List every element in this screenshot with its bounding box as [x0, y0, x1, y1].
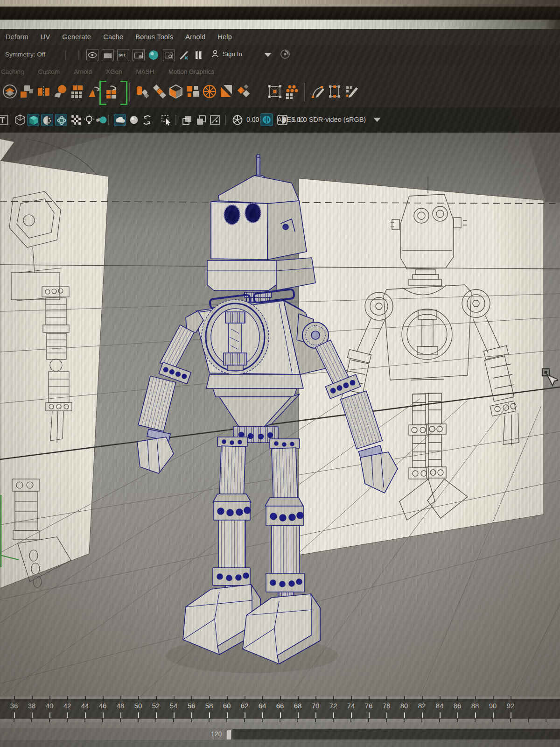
frame-tick-1[interactable]: 38: [25, 702, 39, 710]
shelf-tab-4[interactable]: MASH: [136, 68, 154, 75]
mash-network-icon[interactable]: [2, 84, 18, 99]
shelf-tab-0[interactable]: Caching: [1, 68, 24, 75]
mash-diamond-pair-icon[interactable]: [236, 84, 252, 99]
menu-item-2[interactable]: Generate: [62, 33, 91, 41]
exposure-value[interactable]: 0.00: [246, 116, 259, 123]
frame-tick-22[interactable]: 80: [397, 702, 411, 710]
frame-tick-18[interactable]: 72: [326, 702, 340, 710]
perspective-viewport[interactable]: persp: [0, 133, 560, 697]
range-slider-handle[interactable]: [227, 730, 231, 740]
frame-tick-23[interactable]: 82: [415, 702, 429, 710]
pencil-nodes-icon[interactable]: [343, 84, 359, 99]
smooth-shade-cube-icon[interactable]: [27, 114, 39, 126]
paint-blob-icon[interactable]: [95, 114, 107, 126]
select-cursor-icon[interactable]: [161, 114, 173, 126]
snapshot-eye-icon[interactable]: [86, 49, 98, 61]
shaded-sphere-icon[interactable]: [128, 114, 140, 126]
ipr-render-icon[interactable]: IPR: [117, 49, 129, 61]
color-management-icon[interactable]: [260, 113, 273, 126]
mash-wheel-icon[interactable]: [202, 84, 217, 99]
mash-frame-node-icon[interactable]: [267, 84, 283, 99]
frame-tick-21[interactable]: 78: [379, 702, 393, 710]
arnold-render-icon[interactable]: [147, 49, 160, 61]
frame-tick-7[interactable]: 50: [131, 702, 145, 710]
menu-item-4[interactable]: Bonus Tools: [135, 33, 173, 41]
menu-item-3[interactable]: Cache: [103, 33, 123, 41]
frame-tick-15[interactable]: 66: [273, 702, 287, 710]
range-end-value[interactable]: 120: [211, 730, 222, 738]
frame-tick-25[interactable]: 86: [450, 702, 464, 710]
frame-tick-6[interactable]: 48: [113, 702, 127, 710]
mash-cluster-icon[interactable]: [185, 84, 201, 99]
layer-overlap-2-icon[interactable]: [195, 114, 207, 126]
maya-application-window: DeformUVGenerateCacheBonus ToolsArnoldHe…: [0, 0, 560, 747]
symmetry-label[interactable]: Symmetry: Off: [5, 51, 45, 58]
mash-hex-cube-icon[interactable]: [168, 84, 184, 99]
frame-tick-17[interactable]: 70: [308, 702, 322, 710]
exposure-aperture-icon[interactable]: [231, 114, 244, 126]
sign-in-button[interactable]: Sign In: [211, 49, 242, 58]
mash-double-cylinder-icon[interactable]: [35, 84, 51, 99]
frame-tick-28[interactable]: 92: [504, 702, 518, 710]
sync-swirl-icon[interactable]: [279, 48, 291, 60]
frame-tick-4[interactable]: 44: [78, 702, 92, 710]
caged-sphere-icon[interactable]: [55, 114, 67, 126]
mash-blend-icon[interactable]: [52, 84, 68, 99]
frame-tick-5[interactable]: 46: [96, 702, 110, 710]
frame-tick-16[interactable]: 68: [291, 702, 305, 710]
frame-tick-24[interactable]: 84: [433, 702, 447, 710]
render-view-icon[interactable]: [102, 49, 114, 61]
menu-item-0[interactable]: Deform: [6, 33, 28, 41]
menu-item-1[interactable]: UV: [41, 33, 50, 41]
menu-item-6[interactable]: Help: [217, 33, 232, 41]
frame-tick-8[interactable]: 52: [149, 702, 163, 710]
dropdown-arrow-icon[interactable]: [265, 53, 271, 57]
frame-tick-12[interactable]: 60: [220, 702, 234, 710]
menu-item-5[interactable]: Arnold: [185, 33, 205, 41]
mash-switch-icon[interactable]: [104, 84, 119, 99]
textured-sphere-icon[interactable]: [41, 114, 53, 126]
letter-box-icon[interactable]: [0, 114, 8, 126]
frame-tick-14[interactable]: 64: [255, 702, 269, 710]
mash-cylinder-scatter-icon[interactable]: [134, 84, 150, 99]
refresh-arcs-icon[interactable]: [141, 114, 153, 126]
range-slider[interactable]: 120: [0, 722, 560, 747]
frame-tick-2[interactable]: 40: [42, 702, 56, 710]
paint-brush-icon[interactable]: [178, 49, 190, 61]
frame-tick-11[interactable]: 58: [202, 702, 216, 710]
frame-tick-9[interactable]: 54: [167, 702, 181, 710]
playback-range-bar[interactable]: [232, 729, 560, 740]
checker-icon[interactable]: [70, 114, 82, 126]
shelf-tab-1[interactable]: Custom: [38, 68, 60, 75]
frame-tick-0[interactable]: 36: [7, 702, 21, 710]
mash-add-icon[interactable]: [19, 84, 35, 99]
pause-icon[interactable]: [192, 49, 204, 61]
frame-ruler[interactable]: 3638404244464850525456586062646668707274…: [0, 699, 560, 719]
mash-grid-icon[interactable]: [69, 84, 85, 99]
frame-tick-27[interactable]: 90: [486, 702, 500, 710]
color-space-dropdown-arrow[interactable]: [373, 118, 381, 122]
mash-falloff-diamonds-icon[interactable]: [151, 84, 167, 99]
shelf-tab-5[interactable]: Motion Graphics: [168, 68, 214, 75]
image-plane-icon[interactable]: [209, 114, 221, 126]
frame-tick-19[interactable]: 74: [344, 702, 358, 710]
mash-split-triangle-icon[interactable]: [218, 84, 234, 99]
time-slider[interactable]: 3638404244464850525456586062646668707274…: [0, 697, 560, 722]
lightbulb-icon[interactable]: [83, 114, 95, 126]
render-frame-icon[interactable]: [133, 49, 145, 61]
frame-tick-10[interactable]: 56: [184, 702, 198, 710]
frame-tick-26[interactable]: 88: [468, 702, 482, 710]
shelf-tab-3[interactable]: XGen: [106, 68, 122, 75]
mash-points-grid-icon[interactable]: [284, 84, 300, 99]
layer-overlap-icon[interactable]: [181, 114, 193, 126]
frame-tick-3[interactable]: 42: [60, 702, 74, 710]
wireframe-cube-icon[interactable]: [14, 114, 26, 126]
curve-pencil-icon[interactable]: [310, 84, 326, 99]
frame-tick-13[interactable]: 62: [238, 702, 252, 710]
color-space-label[interactable]: ACES 1.0 SDR-video (sRGB): [277, 116, 366, 123]
lattice-nodes-icon[interactable]: [327, 84, 343, 99]
frame-tick-20[interactable]: 76: [362, 702, 376, 710]
shelf-tab-2[interactable]: Arnold: [74, 68, 92, 75]
render-settings-icon[interactable]: [163, 49, 175, 61]
xray-cloud-icon[interactable]: [114, 114, 126, 126]
